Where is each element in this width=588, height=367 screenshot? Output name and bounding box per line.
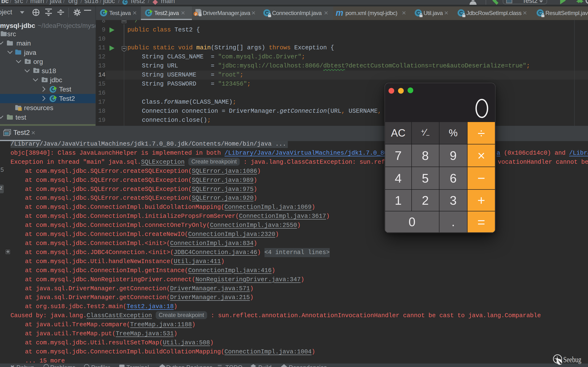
svg-text:J: J — [195, 12, 197, 16]
